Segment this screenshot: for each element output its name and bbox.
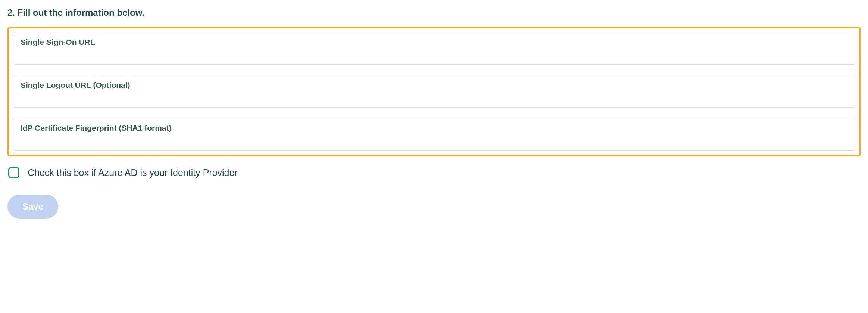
logout-url-label: Single Logout URL (Optional) [21,81,847,90]
logout-url-field-group[interactable]: Single Logout URL (Optional) [13,75,855,108]
fingerprint-input[interactable] [21,134,847,147]
fields-highlight-box: Single Sign-On URL Single Logout URL (Op… [7,27,861,156]
save-button[interactable]: Save [7,195,58,219]
sso-url-label: Single Sign-On URL [21,38,847,47]
sso-url-input[interactable] [21,48,847,61]
azure-ad-checkbox-label: Check this box if Azure AD is your Ident… [28,167,238,178]
sso-url-field-group[interactable]: Single Sign-On URL [13,32,855,65]
fingerprint-label: IdP Certificate Fingerprint (SHA1 format… [21,124,847,133]
section-heading: 2. Fill out the information below. [7,7,861,18]
azure-ad-checkbox-row: Check this box if Azure AD is your Ident… [7,167,861,178]
azure-ad-checkbox[interactable] [8,167,19,178]
fingerprint-field-group[interactable]: IdP Certificate Fingerprint (SHA1 format… [13,118,855,151]
logout-url-input[interactable] [21,91,847,104]
